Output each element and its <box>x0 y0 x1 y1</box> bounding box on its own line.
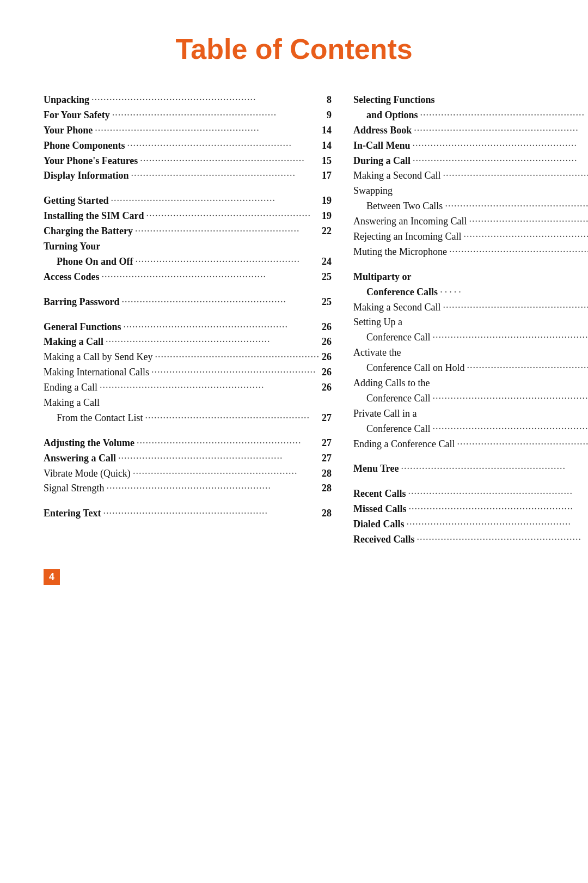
toc-entry: Unpacking·······························… <box>44 93 332 108</box>
toc-dots: ········································… <box>91 93 324 108</box>
toc-dots: ········································… <box>136 254 320 270</box>
toc-label: Display Information <box>44 168 129 184</box>
toc-entry: In-Call Menu····························… <box>353 138 588 154</box>
toc-page: 28 <box>322 466 332 482</box>
toc-entry: and Options·····························… <box>353 108 588 123</box>
toc-entry: Phone On and Off························… <box>44 254 332 270</box>
toc-entry: Turning Your <box>44 239 332 254</box>
toc-entry: From the Contact List···················… <box>44 411 332 426</box>
toc-label: Access Codes <box>44 270 99 285</box>
toc-label: Menu Tree <box>353 461 399 477</box>
toc-dots: ········································… <box>443 300 588 315</box>
toc-page: 17 <box>322 168 332 184</box>
toc-entry: Display Information·····················… <box>44 168 332 184</box>
spacer <box>353 477 588 486</box>
toc-entry: Address Book····························… <box>353 123 588 138</box>
toc-columns: Unpacking·······························… <box>44 93 544 547</box>
toc-dots: ········································… <box>140 154 320 169</box>
toc-entry: Your Phone······························… <box>44 123 332 138</box>
toc-label: Making International Calls <box>44 365 149 380</box>
page-number-badge: 4 <box>44 547 544 585</box>
toc-entry: Your Phone's Features···················… <box>44 154 332 169</box>
toc-entry: Missed Calls····························… <box>353 502 588 517</box>
toc-dots: ········································… <box>145 411 320 426</box>
toc-label: Conference Call <box>366 391 430 406</box>
spacer <box>44 426 332 436</box>
toc-dots: ········································… <box>133 466 320 482</box>
toc-label: Answering a Call <box>44 451 116 466</box>
toc-label: Ending a Call <box>44 380 97 395</box>
toc-entry: Adding Calls to the <box>353 376 588 391</box>
toc-entry: Between Two Calls·······················… <box>353 199 588 214</box>
toc-entry: Private Call in a <box>353 406 588 422</box>
toc-label: Making a Call <box>44 334 103 350</box>
toc-label: Your Phone's Features <box>44 154 138 169</box>
toc-label: Answering an Incoming Call <box>353 214 467 229</box>
toc-page: 15 <box>322 154 332 169</box>
toc-page: 27 <box>322 436 332 451</box>
toc-dots: ········································… <box>449 245 588 260</box>
toc-dots: ········································… <box>107 481 320 496</box>
toc-label: Between Two Calls <box>366 199 443 214</box>
toc-dots: ········································… <box>408 486 588 502</box>
toc-page: 14 <box>322 138 332 154</box>
toc-page: 26 <box>322 380 332 395</box>
toc-label: Setting Up a <box>353 315 402 330</box>
toc-entry: For Your Safety·························… <box>44 108 332 123</box>
toc-dots: ········································… <box>443 168 588 184</box>
toc-page: 25 <box>322 295 332 310</box>
toc-dots: ········································… <box>413 154 588 169</box>
toc-label: In-Call Menu <box>353 138 411 154</box>
toc-dots: ········································… <box>100 380 320 395</box>
page-title: Table of Contents <box>44 33 544 65</box>
toc-entry: Making a Call···························… <box>44 334 332 350</box>
toc-label: During a Call <box>353 154 411 169</box>
toc-entry: Received Calls··························… <box>353 532 588 547</box>
toc-dots: ········································… <box>103 506 320 521</box>
toc-entry: Answering an Incoming Call··············… <box>353 214 588 229</box>
toc-dots: ····· <box>440 285 588 300</box>
toc-page: 14 <box>322 123 332 138</box>
toc-label: Barring Password <box>44 295 120 310</box>
toc-dots: ········································… <box>111 193 320 209</box>
toc-page: 25 <box>322 270 332 285</box>
toc-dots: ········································… <box>135 224 320 239</box>
toc-entry: Conference Call·························… <box>353 391 588 406</box>
toc-entry: Ending a Call···························… <box>44 380 332 395</box>
toc-label: Private Call in a <box>353 406 416 422</box>
toc-label: Adjusting the Volume <box>44 436 134 451</box>
toc-label: Vibrate Mode (Quick) <box>44 466 131 482</box>
toc-entry: Setting Up a <box>353 315 588 330</box>
toc-label: and Options <box>366 108 418 123</box>
toc-entry: Rejecting an Incoming Call··············… <box>353 229 588 245</box>
toc-entry: Conference Call·························… <box>353 330 588 345</box>
toc-dots: ········································… <box>146 209 320 224</box>
toc-dots: ········································… <box>432 422 588 437</box>
toc-entry: Conference Calls·····37 <box>353 285 588 300</box>
toc-page: 22 <box>322 224 332 239</box>
toc-label: Your Phone <box>44 123 93 138</box>
toc-entry: Making a Call by Send Key···············… <box>44 350 332 365</box>
toc-entry: Recent Calls····························… <box>353 486 588 502</box>
toc-dots: ········································… <box>124 320 320 335</box>
toc-page: 28 <box>322 481 332 496</box>
toc-page: 28 <box>322 506 332 521</box>
toc-label: Muting the Microphone <box>353 245 447 260</box>
toc-page: 26 <box>322 365 332 380</box>
toc-entry: Entering Text···························… <box>44 506 332 521</box>
toc-entry: Conference Call·························… <box>353 422 588 437</box>
toc-label: Making a Second Call <box>353 300 440 315</box>
toc-label: General Functions <box>44 320 121 335</box>
toc-page: 24 <box>322 254 332 270</box>
toc-page: 27 <box>322 451 332 466</box>
toc-entry: Menu Tree·······························… <box>353 461 588 477</box>
toc-label: Charging the Battery <box>44 224 133 239</box>
toc-label: Conference Calls <box>366 285 438 300</box>
spacer <box>44 310 332 320</box>
toc-label: Swapping <box>353 184 393 199</box>
toc-label: Ending a Conference Call <box>353 437 455 452</box>
toc-page: 19 <box>322 193 332 209</box>
toc-dots: ········································… <box>414 123 588 138</box>
toc-dots: ········································… <box>407 517 589 532</box>
toc-dots: ········································… <box>467 361 588 376</box>
